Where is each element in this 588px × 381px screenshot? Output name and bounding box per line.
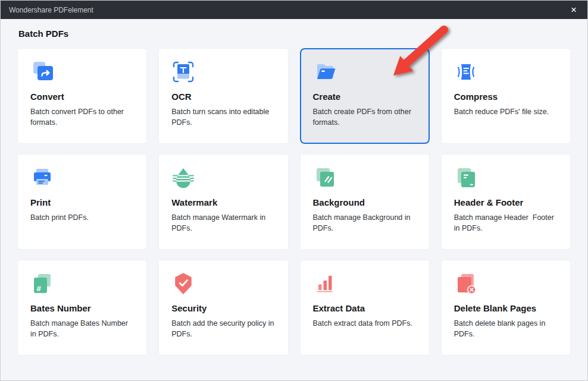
tools-grid: Convert Batch convert PDFs to other form… — [17, 48, 571, 355]
card-bates-number[interactable]: # Bates Number Batch manage Bates Number… — [17, 260, 147, 355]
svg-text:#: # — [37, 284, 42, 293]
card-title: Watermark — [171, 197, 276, 207]
card-description: Batch create PDFs from other formats. — [313, 107, 417, 128]
card-security[interactable]: Security Batch add the security policy i… — [158, 260, 288, 355]
card-description: Batch add the security policy in PDFs. — [171, 319, 276, 340]
watermark-drop-icon — [171, 166, 195, 190]
card-description: Batch reduce PDFs' file size. — [454, 107, 558, 118]
page-title: Batch PDFs — [18, 29, 571, 39]
extract-data-bars-icon — [313, 272, 337, 295]
card-description: Batch manage Header Footer in PDFs. — [454, 213, 558, 234]
background-pages-icon — [313, 166, 337, 190]
card-title: Compress — [454, 92, 558, 102]
card-title: OCR — [171, 92, 276, 102]
close-icon[interactable]: × — [560, 1, 587, 19]
card-delete-blank-pages[interactable]: Delete Blank Pages Batch delete blank pa… — [441, 260, 571, 355]
card-description: Batch extract data from PDFs. — [313, 319, 417, 329]
card-description: Batch manage Bates Number in PDFs. — [30, 319, 135, 340]
card-title: Security — [171, 303, 276, 313]
card-title: Background — [313, 197, 417, 207]
card-print[interactable]: Print Batch print PDFs. — [17, 154, 147, 250]
window-title: Wondershare PDFelement — [1, 6, 93, 14]
card-title: Header & Footer — [454, 197, 558, 207]
app-window: Wondershare PDFelement × Batch PDFs Conv… — [0, 0, 588, 381]
card-background[interactable]: Background Batch manage Background in PD… — [300, 154, 430, 250]
batch-pdfs-panel: Batch PDFs Convert Batch convert PDFs to… — [1, 19, 587, 355]
security-shield-check-icon — [171, 272, 195, 295]
card-convert[interactable]: Convert Batch convert PDFs to other form… — [17, 48, 147, 144]
card-title: Print — [30, 197, 135, 207]
card-description: Batch manage Watermark in PDFs. — [171, 213, 276, 234]
bates-number-pages-icon: # — [30, 272, 54, 295]
card-watermark[interactable]: Watermark Batch manage Watermark in PDFs… — [158, 154, 288, 250]
card-title: Convert — [30, 92, 135, 102]
card-title: Bates Number — [30, 303, 135, 313]
card-title: Create — [313, 92, 417, 102]
card-ocr[interactable]: OCR Batch turn scans into editable PDFs. — [158, 48, 288, 144]
card-title: Delete Blank Pages — [454, 303, 558, 313]
ocr-scan-text-icon — [171, 60, 195, 84]
convert-arrow-square-icon — [30, 60, 54, 84]
card-title: Extract Data — [313, 303, 417, 313]
compress-squeeze-icon — [454, 60, 478, 84]
card-description: Batch convert PDFs to other formats. — [30, 107, 135, 128]
card-description: Batch manage Background in PDFs. — [313, 213, 417, 234]
card-extract-data[interactable]: Extract Data Batch extract data from PDF… — [300, 260, 430, 355]
card-description: Batch delete blank pages in PDFs. — [454, 319, 558, 340]
printer-icon — [30, 166, 54, 190]
card-description: Batch turn scans into editable PDFs. — [171, 107, 276, 128]
delete-blank-pages-icon — [454, 272, 478, 295]
card-description: Batch print PDFs. — [30, 213, 135, 223]
card-compress[interactable]: Compress Batch reduce PDFs' file size. — [441, 48, 571, 144]
card-create[interactable]: Create Batch create PDFs from other form… — [300, 48, 430, 144]
titlebar: Wondershare PDFelement × — [1, 1, 587, 19]
create-folder-icon — [313, 60, 337, 84]
card-header-footer[interactable]: Header & Footer Batch manage Header Foot… — [441, 154, 571, 250]
header-footer-pages-icon — [454, 166, 478, 190]
